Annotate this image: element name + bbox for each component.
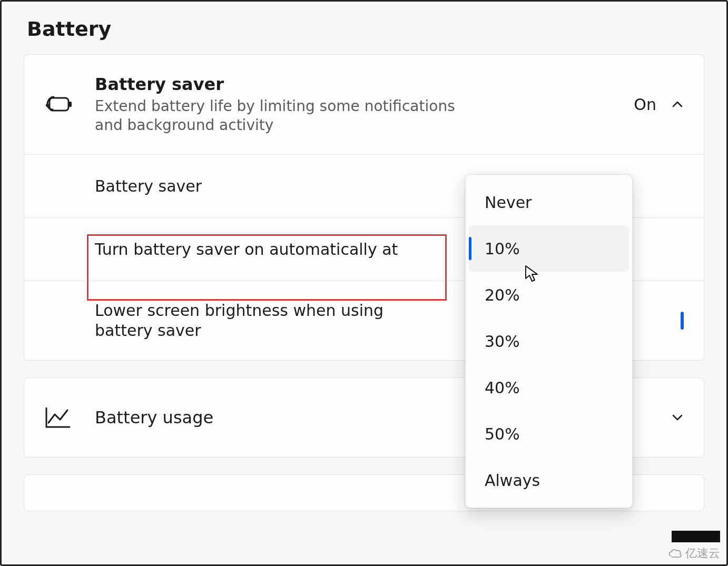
dropdown-option[interactable]: 30% [469,318,629,364]
toggle-peek[interactable] [681,312,684,330]
settings-window: Battery Battery saver Extend battery lif… [0,0,728,566]
threshold-dropdown[interactable]: Never10%20%30%40%50%Always [465,174,633,508]
watermark-text: 亿速云 [685,545,720,561]
svg-rect-0 [50,98,68,111]
brightness-label: Lower screen brightness when using batte… [95,301,390,340]
dropdown-option[interactable]: Never [469,179,629,225]
battery-saver-subtitle: Extend battery life by limiting some not… [95,97,485,135]
battery-saver-header-row[interactable]: Battery saver Extend battery life by lim… [24,55,704,155]
dropdown-option[interactable]: 10% [469,225,629,272]
battery-saver-icon [44,94,76,115]
svg-rect-1 [68,102,72,107]
battery-saver-header-trailing: On [634,95,684,114]
dropdown-option[interactable]: Always [469,457,629,503]
dropdown-option[interactable]: 40% [469,364,629,411]
watermark: 亿速云 [667,545,720,561]
battery-saver-header-text: Battery saver Extend battery life by lim… [95,74,634,135]
battery-saver-title: Battery saver [95,74,624,95]
battery-saver-status: On [634,95,656,114]
svg-point-2 [46,104,49,107]
dropdown-option[interactable]: 50% [469,411,629,457]
dropdown-option[interactable]: 20% [469,272,629,318]
page-title: Battery [27,17,704,41]
chart-icon [44,406,76,429]
brightness-trailing [681,312,684,330]
chevron-up-icon[interactable] [671,98,684,111]
chevron-down-icon[interactable] [671,411,684,424]
